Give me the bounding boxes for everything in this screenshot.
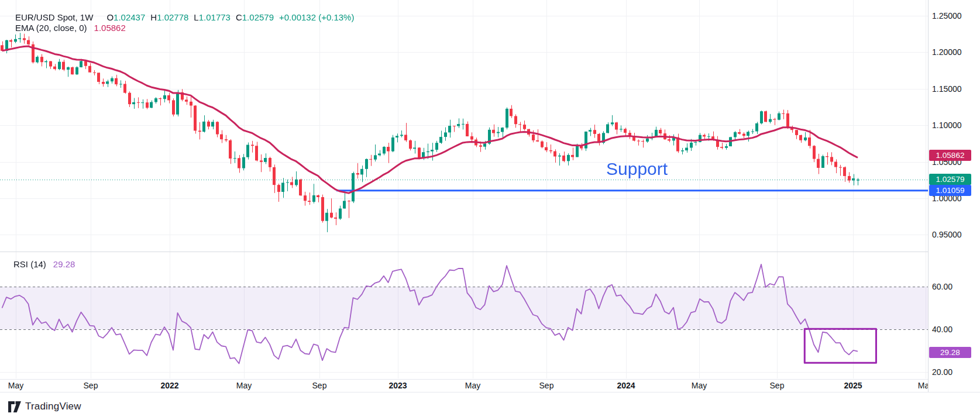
time-axis-label: Sep <box>759 381 795 390</box>
price-axis[interactable]: 1.250001.200001.150001.100001.050001.000… <box>928 0 980 392</box>
time-axis-label: Sep <box>73 381 108 390</box>
bottom-strip: TradingView <box>0 392 980 420</box>
time-axis-label: May <box>682 381 717 390</box>
time-axis-label: May <box>455 381 490 390</box>
rsi-axis-label: 60.00 <box>932 282 953 291</box>
ema-legend-row[interactable]: EMA (20, close, 0)1.05862 <box>15 23 354 33</box>
symbol-title[interactable]: EUR/USD Spot, 1W <box>15 12 93 22</box>
tradingview-logo-icon <box>8 401 21 412</box>
time-axis-label: Sep <box>529 381 564 390</box>
high-value: 1.02778 <box>157 12 188 22</box>
open-label: O <box>106 12 114 22</box>
tradingview-brand[interactable]: TradingView <box>8 401 81 412</box>
time-axis-label: 2025 <box>835 381 871 390</box>
support-annotation-text[interactable]: Support <box>606 159 668 179</box>
time-axis-label: 2024 <box>608 381 644 390</box>
price-axis-label: 1.20000 <box>932 47 962 57</box>
close-value: 1.02579 <box>242 12 274 22</box>
time-axis-label: 2022 <box>152 381 187 390</box>
close-label: C <box>236 12 242 22</box>
price-axis-label: 1.25000 <box>932 11 962 20</box>
ema-value: 1.05862 <box>94 23 126 33</box>
change-value: +0.00132 (+0.13%) <box>279 12 354 22</box>
last-price-badge: 1.02579 <box>929 174 971 185</box>
rsi-legend-row[interactable]: RSI (14)29.28 <box>13 259 75 269</box>
time-axis-label: May <box>908 381 928 390</box>
time-axis[interactable]: MaySep2022MaySep2023MaySep2024MaySep2025… <box>0 379 928 392</box>
time-axis-label: May <box>0 381 33 390</box>
rsi-axis-label: 40.00 <box>932 325 953 334</box>
support-price-badge: 1.01059 <box>929 185 971 196</box>
chart-legend: EUR/USD Spot, 1WO1.02437H1.02778L1.01773… <box>15 12 354 33</box>
price-axis-label: 0.95000 <box>932 230 962 239</box>
rsi-value: 29.28 <box>53 259 75 269</box>
time-axis-label: May <box>226 381 262 390</box>
ema-price-badge: 1.05862 <box>929 150 971 161</box>
high-label: H <box>150 12 157 22</box>
time-axis-label: Sep <box>302 381 337 390</box>
price-axis-label: 1.15000 <box>932 84 962 94</box>
rsi-axis-label: 20.00 <box>932 367 953 377</box>
rsi-label[interactable]: RSI (14) <box>13 259 46 269</box>
low-label: L <box>194 12 198 22</box>
open-value: 1.02437 <box>114 12 145 22</box>
time-axis-label: 2023 <box>380 381 415 390</box>
rsi-value-badge: 29.28 <box>929 347 971 358</box>
low-value: 1.01773 <box>199 12 231 22</box>
symbol-legend-row[interactable]: EUR/USD Spot, 1WO1.02437H1.02778L1.01773… <box>15 12 354 23</box>
tradingview-brand-text: TradingView <box>25 401 81 412</box>
ema-label[interactable]: EMA (20, close, 0) <box>15 23 87 33</box>
price-axis-label: 1.10000 <box>932 121 962 130</box>
chart-canvas[interactable] <box>0 0 928 392</box>
tradingview-chart-window: EUR/USD Spot, 1WO1.02437H1.02778L1.01773… <box>0 0 980 420</box>
